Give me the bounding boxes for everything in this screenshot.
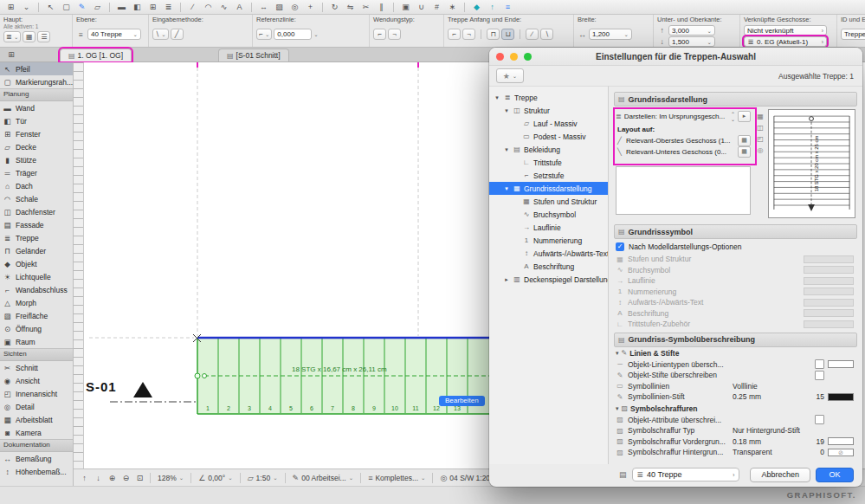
door-tool-icon[interactable]: ◧ [130, 2, 145, 13]
tree-item-bruchsymbol[interactable]: ∿Bruchsymbol [489, 208, 608, 221]
eraser-icon[interactable]: ▱ [90, 2, 105, 13]
sidebar-item-treppe[interactable]: ≣Treppe [0, 231, 73, 244]
settings-list-button[interactable]: ☰ [37, 31, 50, 42]
sidebar-section-planung[interactable]: Planung [0, 88, 73, 101]
sidebar-item-stütze[interactable]: ▮Stütze [0, 153, 73, 166]
sidebar-item-lichtquelle[interactable]: ☀Lichtquelle [0, 270, 73, 283]
tree-item-beschriftung[interactable]: ABeschriftung [489, 260, 608, 273]
zoom-level-dropdown[interactable]: 128%⌄ [155, 472, 186, 484]
turning-type-winder-button[interactable]: ¬ [388, 29, 401, 40]
disclosure-right-icon[interactable]: ▸ [503, 276, 510, 283]
line-tool-icon[interactable]: ∕ [185, 2, 200, 13]
sidebar-item-schale[interactable]: ◠Schale [0, 192, 73, 205]
sidebar-item-pfeil[interactable]: ↖Pfeil [0, 62, 73, 75]
mirror-icon[interactable]: ⇋ [343, 2, 358, 13]
close-window-button[interactable] [496, 53, 504, 61]
tree-item-lauf-massiv[interactable]: ▱Lauf - Massiv [489, 117, 608, 130]
preview-section-icon[interactable]: ◫ [755, 124, 765, 132]
slope-end-button[interactable]: ∖ [540, 29, 553, 40]
reference-line-button[interactable]: ⌐ ⌄ [256, 29, 272, 40]
tree-item-lauflinie[interactable]: →Lauflinie [489, 221, 608, 234]
group-icon[interactable]: ▣ [398, 2, 413, 13]
model-view-options-checkbox[interactable]: ✓ [616, 242, 624, 251]
override-value-dropdown[interactable]: Volllinie [733, 382, 807, 391]
zoom-window-button[interactable] [524, 53, 532, 61]
sidebar-item-arbeitsblatt[interactable]: ▦Arbeitsblatt [0, 413, 73, 426]
pen-number-field[interactable]: 0 [810, 448, 824, 456]
guides-icon[interactable]: # [429, 2, 444, 13]
statusbar-dropdown-komplettes[interactable]: ≡Komplettes...⌄ [365, 472, 428, 484]
story-list-box[interactable] [616, 166, 751, 215]
layers-icon[interactable]: ≡ [500, 2, 515, 13]
fit-in-window-icon[interactable]: ⊡ [134, 474, 145, 482]
pen-color-swatch[interactable]: ⊘ [828, 449, 854, 456]
sidebar-item-bemaßung[interactable]: ↔Bemaßung [0, 452, 73, 465]
wall-tool-icon[interactable]: ▬ [114, 2, 129, 13]
tree-item-struktur[interactable]: ▾◫Struktur [489, 104, 608, 117]
top-elevation-input[interactable]: 3,000⌄ [668, 25, 715, 36]
link-home-story-dropdown[interactable]: ≣0. EG (Aktuell-1)› [744, 36, 827, 47]
pen-weight-field[interactable]: 0.25 mm [733, 392, 807, 401]
end-tread-button[interactable]: ⊔ [501, 29, 514, 40]
override-extra-box[interactable] [828, 360, 854, 368]
pen-weight-field[interactable]: Transparent [733, 448, 807, 456]
sidebar-item-fassade[interactable]: ▤Fassade [0, 218, 73, 231]
sidebar-item-innenansicht[interactable]: ◰Innenansicht [0, 387, 73, 400]
plan-symbol-header[interactable]: ▤ Grundrisssymbol [614, 224, 857, 239]
show-options-button[interactable]: ▸ [738, 111, 751, 122]
preview-3d-icon[interactable]: ◰ [755, 135, 765, 143]
tab-overview-icon[interactable]: ⊞ [4, 49, 18, 61]
sidebar-item-detail[interactable]: ◎Detail [0, 400, 73, 413]
orientation-dropdown[interactable]: ∠0,00°⌄ [196, 472, 235, 484]
statusbar-dropdown-00-arbeitsei[interactable]: ✎00 Arbeitsei...⌄ [290, 472, 357, 484]
sidebar-item-dachfenster[interactable]: ◫Dachfenster [0, 205, 73, 218]
stepper-icon[interactable]: ⌃⌄ [731, 112, 735, 122]
minimize-window-button[interactable] [510, 53, 518, 61]
stair-tool-icon[interactable]: ≣ [161, 2, 176, 13]
tree-item-aufwärts-abwärts-text[interactable]: ↕Aufwärts-/Abwärts-Text [489, 247, 608, 260]
sidebar-item-geländer[interactable]: ΠGeländer [0, 244, 73, 257]
dialog-titlebar[interactable]: Einstellungen für die Treppen-Auswahl [489, 48, 862, 66]
pen-color-swatch[interactable] [828, 437, 854, 445]
bottom-story-display-button[interactable]: ▦ [738, 146, 751, 158]
width-input[interactable]: 1,200⌄ [589, 29, 632, 40]
ok-button[interactable]: OK [816, 468, 854, 482]
teamwork-icon[interactable]: ◆ [469, 2, 484, 13]
offset-stepper-icon[interactable]: ⌄ [313, 31, 318, 38]
snap-icon[interactable]: ∗ [445, 2, 460, 13]
sidebar-item-träger[interactable]: ═Träger [0, 166, 73, 179]
section-marker-triangle[interactable] [133, 382, 152, 397]
favorites-star-button[interactable]: ★⌄ [496, 68, 524, 83]
sidebar-item-fenster[interactable]: ⊞Fenster [0, 127, 73, 140]
scale-dropdown[interactable]: ▱1:50⌄ [245, 472, 281, 484]
disclosure-down-icon[interactable]: ▾ [503, 146, 510, 153]
sidebar-item-wand[interactable]: ▬Wand [0, 101, 73, 114]
relevant-top-story-row[interactable]: ╱ Relevant-Oberstes Geschoss (1... ▦ [616, 135, 751, 146]
rotate-icon[interactable]: ↻ [327, 2, 342, 13]
symbol-override-header[interactable]: ▤ Grundriss-Symbolüberschreibung [614, 333, 857, 347]
sidebar-item-wandabschluss[interactable]: ⌐Wandabschluss [0, 283, 73, 296]
fill-tool-icon[interactable]: ▨ [272, 2, 287, 13]
start-riser-button[interactable]: ⌐ [448, 29, 461, 40]
hatches-subheader[interactable]: ▾ ▨ Symbolschraffuren [614, 403, 857, 415]
sidebar-item-decke[interactable]: ▱Decke [0, 140, 73, 153]
turning-type-landing-button[interactable]: ⌐ [373, 29, 386, 40]
sidebar-item-dach[interactable]: ⌂Dach [0, 179, 73, 192]
tab-1-og-1-og[interactable]: ▤1. OG [1. OG] [60, 48, 132, 61]
lines-pens-subheader[interactable]: ▾ ✎ Linien & Stifte [614, 347, 857, 359]
tree-item-stufen-und-struktur[interactable]: ▦Stufen und Struktur [489, 195, 608, 208]
dimension-tool-icon[interactable]: ↔ [256, 2, 271, 13]
sidebar-item-kamera[interactable]: ◙Kamera [0, 426, 73, 439]
top-story-display-button[interactable]: ▦ [738, 135, 751, 146]
geometry-method-button[interactable]: ∖ ⌄ [152, 29, 169, 40]
override-checkbox[interactable] [815, 359, 824, 369]
geometry-method-alt-button[interactable]: ╱ [171, 29, 184, 40]
favorite-dropdown[interactable]: ≣ 40 Treppe › [632, 468, 740, 481]
sidebar-item-schnitt[interactable]: ✂Schnitt [0, 361, 73, 374]
trim-icon[interactable]: ✂ [358, 2, 373, 13]
panel-grid-icon[interactable]: ⊞ [3, 2, 18, 13]
element-id-input[interactable]: Treppe-0... [841, 29, 865, 40]
tree-item-deckenspiegel-darstellung[interactable]: ▸▥Deckenspiegel Darstellung [489, 273, 608, 286]
override-value-dropdown[interactable]: Nur Hintergrund-Stift [733, 426, 807, 435]
pen-weight-field[interactable]: 0.18 mm [733, 437, 807, 446]
